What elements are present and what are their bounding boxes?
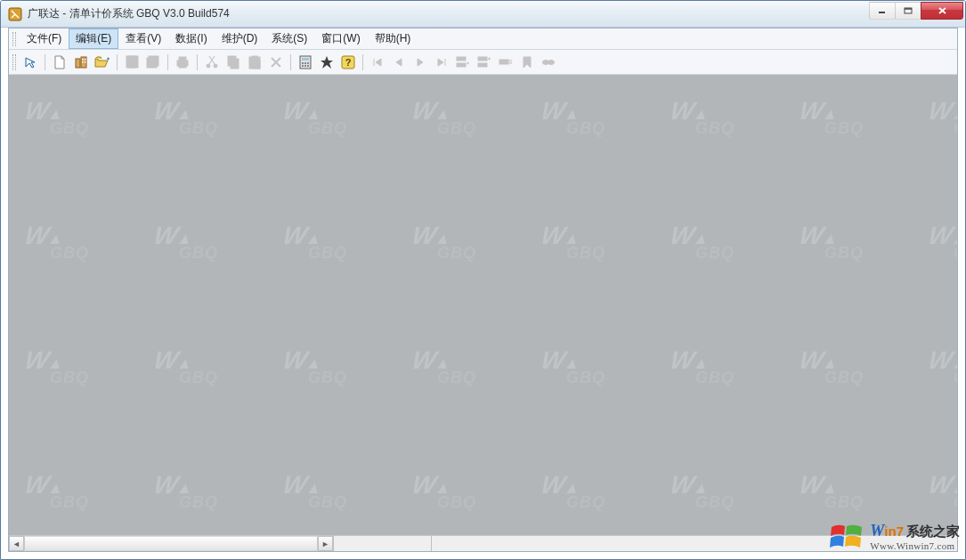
watermark-item: W▲GBQ	[800, 351, 889, 387]
scroll-left-button[interactable]: ◄	[9, 536, 24, 551]
scroll-thumb[interactable]	[24, 537, 318, 550]
svg-rect-30	[304, 65, 306, 67]
tb-cut-icon[interactable]	[203, 53, 221, 71]
tb-open-icon[interactable]	[93, 53, 111, 71]
svg-rect-34	[457, 57, 466, 61]
tb-last-icon[interactable]	[433, 53, 451, 71]
svg-rect-28	[307, 62, 309, 64]
tb-row-delete-icon[interactable]	[497, 53, 515, 71]
tb-next-icon[interactable]	[411, 53, 429, 71]
svg-rect-25	[302, 58, 309, 61]
svg-rect-4	[82, 59, 84, 61]
menu-help[interactable]: 帮助(H)	[368, 28, 418, 49]
tb-prev-icon[interactable]	[390, 53, 408, 71]
svg-text:?: ?	[345, 57, 352, 68]
scroll-track[interactable]	[24, 536, 318, 551]
menu-edit[interactable]: 编辑(E)	[69, 28, 118, 49]
menu-system[interactable]: 系统(S)	[264, 28, 314, 49]
tb-print-icon[interactable]	[174, 53, 191, 71]
svg-rect-22	[252, 56, 257, 59]
watermark-item: W▲GBQ	[670, 226, 759, 263]
svg-rect-2	[76, 59, 80, 68]
toolbar-grip[interactable]	[12, 54, 16, 70]
watermark-item: W▲GBQ	[154, 226, 243, 263]
tb-help-icon[interactable]: ?	[339, 53, 357, 71]
horizontal-scrollbar[interactable]: ◄ ►	[9, 536, 957, 551]
scroll-right-button[interactable]: ►	[318, 536, 333, 551]
windows-logo-icon	[829, 520, 865, 554]
app-icon	[8, 7, 22, 21]
minimize-button[interactable]	[869, 2, 896, 20]
brand-url: Www.Winwin7.com	[870, 540, 960, 552]
tb-copy-icon[interactable]	[224, 53, 242, 71]
brand-w: W	[870, 522, 884, 540]
watermark-item: W▲GBQ	[25, 351, 114, 387]
watermark-item: W▲GBQ	[929, 226, 957, 263]
tb-building-icon[interactable]	[72, 53, 90, 71]
tb-bookmark-icon[interactable]	[518, 53, 536, 71]
watermark-item: W▲GBQ	[154, 351, 243, 387]
watermark-item: W▲GBQ	[670, 101, 759, 138]
tb-new-icon[interactable]	[51, 53, 69, 71]
watermark-item: W▲GBQ	[25, 475, 114, 512]
svg-rect-29	[302, 65, 304, 67]
scrollbar-region: ◄ ►	[9, 535, 957, 551]
menu-data[interactable]: 数据(I)	[168, 28, 214, 49]
watermark-item: W▲GBQ	[929, 351, 957, 387]
watermark-grid: W▲GBQW▲GBQW▲GBQW▲GBQW▲GBQW▲GBQW▲GBQW▲GBQ…	[9, 75, 957, 535]
svg-rect-38	[499, 60, 508, 64]
svg-rect-16	[179, 64, 186, 68]
svg-rect-27	[304, 62, 306, 64]
separator	[167, 54, 168, 70]
svg-rect-1	[905, 8, 912, 13]
watermark-item: W▲GBQ	[541, 475, 630, 512]
svg-rect-6	[82, 61, 84, 63]
watermark-item: W▲GBQ	[154, 101, 243, 138]
svg-rect-15	[179, 57, 186, 61]
titlebar[interactable]: 广联达 - 清单计价系统 GBQ V3.0 Build574	[1, 1, 965, 28]
watermark-item: W▲GBQ	[670, 351, 759, 387]
tb-save-icon[interactable]	[123, 53, 141, 71]
separator	[197, 54, 198, 70]
window-frame: 广联达 - 清单计价系统 GBQ V3.0 Build574 文件(F) 编辑(…	[0, 0, 966, 560]
svg-rect-23	[253, 61, 260, 69]
menu-view[interactable]: 查看(V)	[118, 28, 168, 49]
watermark-item: W▲GBQ	[670, 475, 759, 512]
tb-insert-above-icon[interactable]	[454, 53, 472, 71]
menu-window[interactable]: 窗口(W)	[314, 28, 367, 49]
scroll-spacer	[333, 536, 431, 551]
separator	[45, 54, 45, 70]
tb-first-icon[interactable]	[369, 53, 386, 71]
watermark-item: W▲GBQ	[541, 351, 630, 387]
menubar: 文件(F) 编辑(E) 查看(V) 数据(I) 维护(D) 系统(S) 窗口(W…	[9, 28, 957, 50]
menu-file[interactable]: 文件(F)	[20, 28, 69, 49]
tb-arrow-icon[interactable]	[21, 53, 39, 71]
watermark-item: W▲GBQ	[800, 226, 889, 263]
maximize-button[interactable]	[895, 2, 921, 20]
separator	[362, 54, 363, 70]
menubar-grip[interactable]	[12, 32, 16, 46]
svg-rect-37	[478, 63, 487, 67]
svg-rect-10	[129, 63, 135, 68]
tb-saveall-icon[interactable]	[144, 53, 162, 71]
svg-rect-5	[85, 59, 86, 61]
watermark-item: W▲GBQ	[929, 475, 957, 512]
menu-maintain[interactable]: 维护(D)	[215, 28, 265, 49]
window-controls	[870, 2, 963, 20]
brand-cn: 系统之家	[906, 523, 960, 539]
tb-calculator-icon[interactable]	[296, 53, 314, 71]
watermark-item: W▲GBQ	[929, 101, 957, 138]
svg-rect-13	[149, 58, 155, 61]
close-button[interactable]	[921, 2, 963, 20]
brand-text: Win7系统之家 Www.Winwin7.com	[870, 522, 960, 551]
svg-rect-20	[231, 59, 239, 69]
separator	[117, 54, 118, 70]
tb-link-icon[interactable]	[540, 53, 557, 71]
tb-star-icon[interactable]	[318, 53, 336, 71]
watermark-item: W▲GBQ	[412, 101, 501, 138]
watermark-item: W▲GBQ	[412, 351, 501, 387]
tb-delete-icon[interactable]	[267, 53, 285, 71]
tb-insert-below-icon[interactable]	[475, 53, 493, 71]
separator	[290, 54, 291, 70]
tb-paste-icon[interactable]	[246, 53, 264, 71]
